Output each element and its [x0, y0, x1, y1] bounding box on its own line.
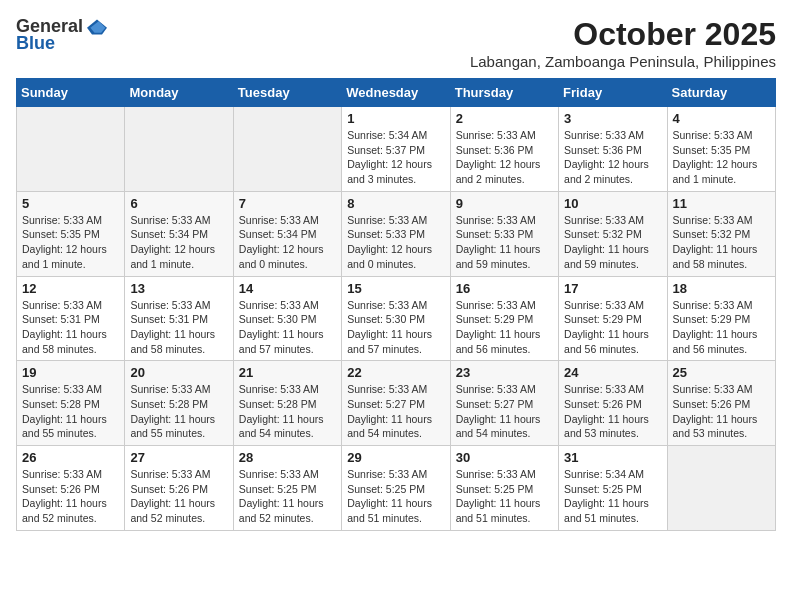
- calendar-cell: 20Sunrise: 5:33 AM Sunset: 5:28 PM Dayli…: [125, 361, 233, 446]
- calendar-week-row: 5Sunrise: 5:33 AM Sunset: 5:35 PM Daylig…: [17, 191, 776, 276]
- day-info: Sunrise: 5:33 AM Sunset: 5:29 PM Dayligh…: [456, 298, 553, 357]
- day-number: 30: [456, 450, 553, 465]
- calendar-cell: 8Sunrise: 5:33 AM Sunset: 5:33 PM Daylig…: [342, 191, 450, 276]
- day-info: Sunrise: 5:33 AM Sunset: 5:30 PM Dayligh…: [347, 298, 444, 357]
- title-block: October 2025 Labangan, Zamboanga Peninsu…: [470, 16, 776, 70]
- day-number: 18: [673, 281, 770, 296]
- calendar-cell: 27Sunrise: 5:33 AM Sunset: 5:26 PM Dayli…: [125, 446, 233, 531]
- day-number: 25: [673, 365, 770, 380]
- day-number: 31: [564, 450, 661, 465]
- logo: General Blue: [16, 16, 107, 54]
- day-info: Sunrise: 5:33 AM Sunset: 5:28 PM Dayligh…: [239, 382, 336, 441]
- day-info: Sunrise: 5:33 AM Sunset: 5:25 PM Dayligh…: [347, 467, 444, 526]
- calendar-cell: 16Sunrise: 5:33 AM Sunset: 5:29 PM Dayli…: [450, 276, 558, 361]
- day-info: Sunrise: 5:33 AM Sunset: 5:28 PM Dayligh…: [22, 382, 119, 441]
- calendar-cell: 15Sunrise: 5:33 AM Sunset: 5:30 PM Dayli…: [342, 276, 450, 361]
- day-number: 22: [347, 365, 444, 380]
- calendar-cell: 31Sunrise: 5:34 AM Sunset: 5:25 PM Dayli…: [559, 446, 667, 531]
- calendar-cell: 19Sunrise: 5:33 AM Sunset: 5:28 PM Dayli…: [17, 361, 125, 446]
- day-number: 10: [564, 196, 661, 211]
- day-number: 15: [347, 281, 444, 296]
- day-info: Sunrise: 5:33 AM Sunset: 5:30 PM Dayligh…: [239, 298, 336, 357]
- day-number: 26: [22, 450, 119, 465]
- calendar-cell: 6Sunrise: 5:33 AM Sunset: 5:34 PM Daylig…: [125, 191, 233, 276]
- month-title: October 2025: [470, 16, 776, 53]
- day-info: Sunrise: 5:33 AM Sunset: 5:35 PM Dayligh…: [673, 128, 770, 187]
- calendar-cell: 2Sunrise: 5:33 AM Sunset: 5:36 PM Daylig…: [450, 107, 558, 192]
- calendar-cell: [125, 107, 233, 192]
- day-info: Sunrise: 5:33 AM Sunset: 5:36 PM Dayligh…: [564, 128, 661, 187]
- page-header: General Blue October 2025 Labangan, Zamb…: [16, 16, 776, 70]
- day-info: Sunrise: 5:33 AM Sunset: 5:27 PM Dayligh…: [456, 382, 553, 441]
- day-info: Sunrise: 5:33 AM Sunset: 5:32 PM Dayligh…: [564, 213, 661, 272]
- day-info: Sunrise: 5:33 AM Sunset: 5:26 PM Dayligh…: [564, 382, 661, 441]
- calendar-header-friday: Friday: [559, 79, 667, 107]
- day-info: Sunrise: 5:33 AM Sunset: 5:33 PM Dayligh…: [456, 213, 553, 272]
- day-number: 1: [347, 111, 444, 126]
- day-number: 21: [239, 365, 336, 380]
- day-info: Sunrise: 5:34 AM Sunset: 5:37 PM Dayligh…: [347, 128, 444, 187]
- calendar-week-row: 1Sunrise: 5:34 AM Sunset: 5:37 PM Daylig…: [17, 107, 776, 192]
- calendar-header-tuesday: Tuesday: [233, 79, 341, 107]
- calendar-header-monday: Monday: [125, 79, 233, 107]
- day-info: Sunrise: 5:33 AM Sunset: 5:31 PM Dayligh…: [22, 298, 119, 357]
- day-info: Sunrise: 5:33 AM Sunset: 5:34 PM Dayligh…: [239, 213, 336, 272]
- day-number: 16: [456, 281, 553, 296]
- day-number: 20: [130, 365, 227, 380]
- day-info: Sunrise: 5:33 AM Sunset: 5:36 PM Dayligh…: [456, 128, 553, 187]
- day-info: Sunrise: 5:33 AM Sunset: 5:26 PM Dayligh…: [22, 467, 119, 526]
- calendar-week-row: 12Sunrise: 5:33 AM Sunset: 5:31 PM Dayli…: [17, 276, 776, 361]
- day-info: Sunrise: 5:33 AM Sunset: 5:27 PM Dayligh…: [347, 382, 444, 441]
- day-number: 29: [347, 450, 444, 465]
- calendar-cell: 11Sunrise: 5:33 AM Sunset: 5:32 PM Dayli…: [667, 191, 775, 276]
- calendar-cell: 23Sunrise: 5:33 AM Sunset: 5:27 PM Dayli…: [450, 361, 558, 446]
- day-number: 17: [564, 281, 661, 296]
- day-info: Sunrise: 5:34 AM Sunset: 5:25 PM Dayligh…: [564, 467, 661, 526]
- day-number: 2: [456, 111, 553, 126]
- calendar-cell: 29Sunrise: 5:33 AM Sunset: 5:25 PM Dayli…: [342, 446, 450, 531]
- day-number: 13: [130, 281, 227, 296]
- day-number: 27: [130, 450, 227, 465]
- day-info: Sunrise: 5:33 AM Sunset: 5:29 PM Dayligh…: [673, 298, 770, 357]
- calendar-cell: [233, 107, 341, 192]
- day-number: 14: [239, 281, 336, 296]
- calendar-cell: 21Sunrise: 5:33 AM Sunset: 5:28 PM Dayli…: [233, 361, 341, 446]
- calendar-header-row: SundayMondayTuesdayWednesdayThursdayFrid…: [17, 79, 776, 107]
- day-number: 4: [673, 111, 770, 126]
- calendar-week-row: 19Sunrise: 5:33 AM Sunset: 5:28 PM Dayli…: [17, 361, 776, 446]
- logo-blue: Blue: [16, 33, 55, 54]
- calendar-header-thursday: Thursday: [450, 79, 558, 107]
- day-number: 12: [22, 281, 119, 296]
- day-number: 23: [456, 365, 553, 380]
- calendar-table: SundayMondayTuesdayWednesdayThursdayFrid…: [16, 78, 776, 531]
- calendar-cell: 4Sunrise: 5:33 AM Sunset: 5:35 PM Daylig…: [667, 107, 775, 192]
- calendar-cell: 25Sunrise: 5:33 AM Sunset: 5:26 PM Dayli…: [667, 361, 775, 446]
- day-number: 19: [22, 365, 119, 380]
- day-number: 5: [22, 196, 119, 211]
- calendar-cell: 18Sunrise: 5:33 AM Sunset: 5:29 PM Dayli…: [667, 276, 775, 361]
- calendar-cell: 9Sunrise: 5:33 AM Sunset: 5:33 PM Daylig…: [450, 191, 558, 276]
- calendar-header-saturday: Saturday: [667, 79, 775, 107]
- calendar-cell: 13Sunrise: 5:33 AM Sunset: 5:31 PM Dayli…: [125, 276, 233, 361]
- calendar-cell: 3Sunrise: 5:33 AM Sunset: 5:36 PM Daylig…: [559, 107, 667, 192]
- calendar-cell: 22Sunrise: 5:33 AM Sunset: 5:27 PM Dayli…: [342, 361, 450, 446]
- logo-icon: [87, 17, 107, 37]
- calendar-cell: [17, 107, 125, 192]
- day-number: 24: [564, 365, 661, 380]
- day-info: Sunrise: 5:33 AM Sunset: 5:31 PM Dayligh…: [130, 298, 227, 357]
- day-info: Sunrise: 5:33 AM Sunset: 5:35 PM Dayligh…: [22, 213, 119, 272]
- calendar-cell: 30Sunrise: 5:33 AM Sunset: 5:25 PM Dayli…: [450, 446, 558, 531]
- day-number: 3: [564, 111, 661, 126]
- calendar-cell: 17Sunrise: 5:33 AM Sunset: 5:29 PM Dayli…: [559, 276, 667, 361]
- day-info: Sunrise: 5:33 AM Sunset: 5:26 PM Dayligh…: [130, 467, 227, 526]
- calendar-header-wednesday: Wednesday: [342, 79, 450, 107]
- day-number: 7: [239, 196, 336, 211]
- calendar-cell: 5Sunrise: 5:33 AM Sunset: 5:35 PM Daylig…: [17, 191, 125, 276]
- day-number: 6: [130, 196, 227, 211]
- day-info: Sunrise: 5:33 AM Sunset: 5:33 PM Dayligh…: [347, 213, 444, 272]
- calendar-cell: 12Sunrise: 5:33 AM Sunset: 5:31 PM Dayli…: [17, 276, 125, 361]
- day-number: 8: [347, 196, 444, 211]
- calendar-cell: 28Sunrise: 5:33 AM Sunset: 5:25 PM Dayli…: [233, 446, 341, 531]
- day-number: 9: [456, 196, 553, 211]
- calendar-week-row: 26Sunrise: 5:33 AM Sunset: 5:26 PM Dayli…: [17, 446, 776, 531]
